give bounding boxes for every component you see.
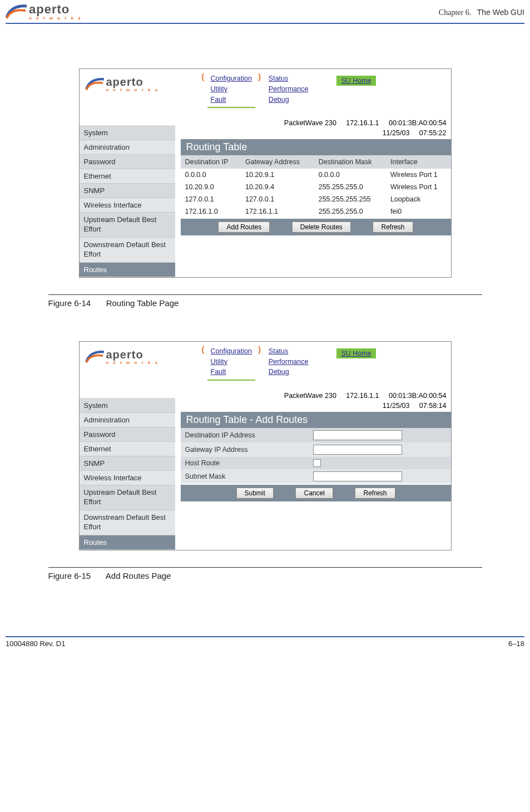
doc-logo: aperto n e t w o r k s bbox=[6, 2, 82, 21]
button-bar: Add Routes Delete Routes Refresh bbox=[181, 219, 451, 235]
sidebar-item-administration[interactable]: Administration bbox=[80, 413, 175, 427]
aperto-swoosh-icon bbox=[6, 3, 28, 21]
sidebar: System Administration Password Ethernet … bbox=[80, 118, 175, 277]
nav-group-1: ( Configuration Utility Fault ) bbox=[207, 346, 255, 381]
nav-group-1: ( Configuration Utility Fault ) bbox=[207, 73, 255, 108]
sidebar-item-ethernet[interactable]: Ethernet bbox=[80, 169, 175, 184]
doc-logo-text: aperto n e t w o r k s bbox=[29, 2, 82, 21]
sidebar-item-routes[interactable]: Routes bbox=[80, 263, 175, 277]
sidebar-item-ethernet[interactable]: Ethernet bbox=[80, 442, 175, 456]
bracket-right-icon: ) bbox=[258, 72, 261, 81]
chapter-label: Chapter 6. The Web GUI bbox=[439, 2, 524, 17]
figure-caption-1: Figure 6-14 Routing Table Page bbox=[48, 294, 482, 308]
label-subnet-mask: Subnet Mask bbox=[185, 473, 313, 480]
nav-configuration[interactable]: Configuration bbox=[211, 73, 252, 84]
refresh-button[interactable]: Refresh bbox=[355, 488, 395, 499]
table-row: 172.16.1.0172.16.1.1255.255.255.0fei0 bbox=[181, 205, 451, 218]
nav-group-2: Status Performance Debug bbox=[265, 346, 312, 381]
sidebar-item-system[interactable]: System bbox=[80, 126, 175, 140]
add-routes-button[interactable]: Add Routes bbox=[218, 222, 270, 233]
table-row: 0.0.0.010.20.9.10.0.0.0Wireless Port 1 bbox=[181, 169, 451, 181]
delete-routes-button[interactable]: Delete Routes bbox=[292, 222, 351, 233]
nav-debug[interactable]: Debug bbox=[269, 367, 309, 377]
device-info-line: PacketWave 230 172.16.1.1 00:01:3B:A0:00… bbox=[181, 391, 451, 401]
checkbox-host-route[interactable] bbox=[313, 459, 321, 467]
nav-utility[interactable]: Utility bbox=[211, 357, 252, 367]
nav-fault[interactable]: Fault bbox=[211, 95, 252, 105]
refresh-button[interactable]: Refresh bbox=[373, 222, 413, 233]
sidebar-item-password[interactable]: Password bbox=[80, 427, 175, 442]
aperto-swoosh-icon bbox=[85, 349, 105, 365]
nav-fault[interactable]: Fault bbox=[211, 367, 252, 377]
screenshot-routing-table: aperto n e t w o r k s ( Configuration U… bbox=[79, 68, 452, 278]
nav-configuration[interactable]: Configuration bbox=[211, 346, 252, 357]
screenshot-add-routes: aperto n e t w o r k s ( Configuration U… bbox=[79, 341, 452, 550]
table-row: 127.0.0.1127.0.0.1255.255.255.255Loopbac… bbox=[181, 193, 451, 205]
sidebar-item-password[interactable]: Password bbox=[80, 155, 175, 169]
input-dest-ip[interactable] bbox=[313, 430, 402, 440]
nav-status[interactable]: Status bbox=[269, 73, 309, 84]
sidebar-item-system[interactable]: System bbox=[80, 398, 175, 413]
button-bar: Submit Cancel Refresh bbox=[181, 485, 451, 501]
nav-performance[interactable]: Performance bbox=[269, 84, 309, 95]
su-home-link[interactable]: SU Home bbox=[336, 348, 375, 358]
panel-title: Routing Table - Add Routes bbox=[181, 412, 451, 428]
footer-rev: 10004880 Rev. D1 bbox=[6, 639, 65, 648]
label-gateway-ip: Gateway IP Address bbox=[185, 446, 313, 454]
doc-header: aperto n e t w o r k s Chapter 6. The We… bbox=[6, 0, 524, 24]
sidebar-item-wireless[interactable]: Wireless Interface bbox=[80, 471, 175, 485]
label-dest-ip: Destination IP Address bbox=[185, 431, 313, 439]
sidebar-item-upstream[interactable]: Upstream Default Best Effort bbox=[80, 485, 175, 510]
col-interface: Interface bbox=[386, 155, 451, 169]
bracket-left-icon: ( bbox=[202, 345, 205, 354]
sidebar: System Administration Password Ethernet … bbox=[80, 391, 175, 550]
aperto-swoosh-icon bbox=[85, 76, 105, 92]
sidebar-item-upstream[interactable]: Upstream Default Best Effort bbox=[80, 213, 175, 238]
panel-title: Routing Table bbox=[181, 139, 451, 155]
nav-status[interactable]: Status bbox=[269, 346, 309, 357]
add-routes-form: Destination IP Address Gateway IP Addres… bbox=[181, 428, 451, 484]
col-dest-ip: Destination IP bbox=[181, 155, 241, 169]
label-host-route: Host Route bbox=[185, 459, 313, 467]
nav-utility[interactable]: Utility bbox=[211, 84, 252, 95]
timestamp-line: 11/25/03 07:58:14 bbox=[181, 401, 451, 411]
routes-table: Destination IP Gateway Address Destinati… bbox=[181, 155, 451, 218]
sidebar-item-snmp[interactable]: SNMP bbox=[80, 184, 175, 198]
table-row: 10.20.9.010.20.9.4255.255.255.0Wireless … bbox=[181, 181, 451, 193]
cancel-button[interactable]: Cancel bbox=[295, 488, 333, 499]
nav-group-2: Status Performance Debug bbox=[265, 73, 312, 108]
footer-page: 6–18 bbox=[508, 639, 524, 648]
sidebar-item-downstream[interactable]: Downstream Default Best Effort bbox=[80, 510, 175, 535]
col-gateway: Gateway Address bbox=[241, 155, 314, 169]
sidebar-item-downstream[interactable]: Downstream Default Best Effort bbox=[80, 238, 175, 263]
app-logo: aperto n e t w o r k s bbox=[85, 73, 174, 92]
input-gateway-ip[interactable] bbox=[313, 445, 402, 455]
sidebar-item-snmp[interactable]: SNMP bbox=[80, 456, 175, 471]
su-home-link[interactable]: SU Home bbox=[336, 76, 375, 86]
sidebar-item-routes[interactable]: Routes bbox=[80, 535, 175, 550]
timestamp-line: 11/25/03 07:55:22 bbox=[181, 128, 451, 138]
col-mask: Destination Mask bbox=[314, 155, 386, 169]
bracket-left-icon: ( bbox=[202, 72, 205, 81]
nav-debug[interactable]: Debug bbox=[269, 95, 309, 105]
app-logo: aperto n e t w o r k s bbox=[85, 346, 174, 365]
bracket-right-icon: ) bbox=[258, 345, 261, 354]
figure-caption-2: Figure 6-15 Add Routes Page bbox=[48, 567, 482, 580]
doc-footer: 10004880 Rev. D1 6–18 bbox=[6, 636, 524, 659]
nav-performance[interactable]: Performance bbox=[269, 357, 309, 367]
input-subnet-mask[interactable] bbox=[313, 471, 402, 481]
sidebar-item-administration[interactable]: Administration bbox=[80, 140, 175, 155]
sidebar-item-wireless[interactable]: Wireless Interface bbox=[80, 198, 175, 213]
submit-button[interactable]: Submit bbox=[236, 488, 274, 499]
device-info-line: PacketWave 230 172.16.1.1 00:01:3B:A0:00… bbox=[181, 118, 451, 128]
